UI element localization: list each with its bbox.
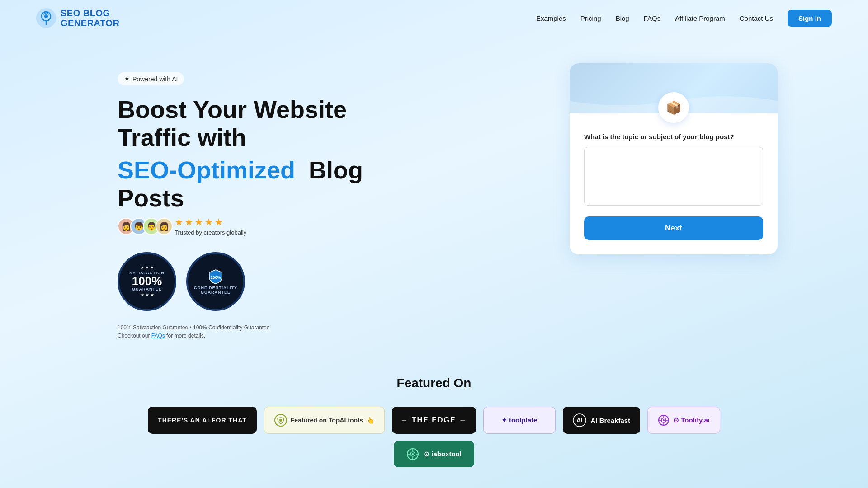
logo-ai-breakfast-text: AI Breakfast xyxy=(591,417,631,424)
logo-toolify[interactable]: ⊙ Toolify.ai xyxy=(647,407,720,434)
badge1-guarantee: GUARANTEE xyxy=(132,287,162,291)
confidentiality-badge: 100% CONFIDENTIALITY GUARANTEE xyxy=(186,252,245,311)
featured-title: Featured On xyxy=(36,376,832,390)
logo-icon xyxy=(36,8,56,28)
svg-text:100%: 100% xyxy=(210,275,221,280)
svg-point-11 xyxy=(663,419,665,421)
logo-ai-breakfast[interactable]: AI AI Breakfast xyxy=(563,407,641,434)
powered-badge: ✦ Powered with AI xyxy=(118,72,184,85)
badge1-percent: 100% xyxy=(132,275,162,287)
trust-text: Trusted by creators globally xyxy=(175,229,246,236)
logo-iabox-text: ⊙ iaboxtool xyxy=(424,450,462,458)
hero-title-blue: SEO-Optimized xyxy=(118,156,295,183)
social-proof: 👩 👦 👨 👩 ★★★★★ Trusted by creators global… xyxy=(118,216,425,236)
ai-icon: AI xyxy=(573,413,586,427)
faq-pre: Checkout our xyxy=(118,333,151,339)
hero-left: ✦ Powered with AI Boost Your Website Tra… xyxy=(118,63,425,340)
hero-title-line1: Boost Your Website Traffic with xyxy=(118,95,425,151)
logo-text: SEO BLOG GENERATOR xyxy=(61,8,119,28)
card-header: 📦 xyxy=(570,63,778,113)
shield-icon: 100% xyxy=(208,268,224,285)
satisfaction-badge: ★★★ SATISFACTION 100% GUARANTEE ★★★ xyxy=(118,252,176,311)
svg-text:AI: AI xyxy=(576,417,583,424)
logo-topai[interactable]: Featured on TopAI.tools 👆 xyxy=(264,407,385,434)
powered-text: Powered with AI xyxy=(132,75,178,83)
svg-point-3 xyxy=(44,14,48,18)
nav-blog[interactable]: Blog xyxy=(616,14,629,22)
hero-title-line2: SEO-Optimized Blog Posts xyxy=(118,156,425,212)
svg-point-6 xyxy=(279,419,282,422)
navbar: SEO BLOG GENERATOR Examples Pricing Blog… xyxy=(0,0,868,36)
nav-contact[interactable]: Contact Us xyxy=(740,14,773,22)
guarantee-badges: ★★★ SATISFACTION 100% GUARANTEE ★★★ 100%… xyxy=(118,252,425,311)
toolify-icon xyxy=(658,414,670,426)
logo-there-ai-text: THERE'S AN AI FOR THAT xyxy=(158,417,247,424)
logo-edge-text: THE EDGE xyxy=(412,416,456,424)
nav-examples[interactable]: Examples xyxy=(536,14,566,22)
next-button[interactable]: Next xyxy=(584,216,763,240)
logo-toolify-text: ⊙ Toolify.ai xyxy=(673,416,710,424)
nav-links: Examples Pricing Blog FAQs Affiliate Pro… xyxy=(536,10,832,27)
featured-logos-row2: ⊙ iaboxtool xyxy=(36,441,832,467)
logo-toolplate-text: ✦ toolplate xyxy=(501,416,538,424)
faqs-link[interactable]: FAQs xyxy=(151,333,165,339)
nav-pricing[interactable]: Pricing xyxy=(580,14,601,22)
badge2-label: CONFIDENTIALITY xyxy=(194,286,237,290)
badge2-guarantee: GUARANTEE xyxy=(201,290,231,295)
blog-topic-textarea[interactable] xyxy=(584,147,763,206)
stars-trust: ★★★★★ Trusted by creators globally xyxy=(175,216,246,236)
featured-section: Featured On THERE'S AN AI FOR THAT Featu… xyxy=(0,367,868,488)
star-rating: ★★★★★ xyxy=(175,216,246,228)
logo[interactable]: SEO BLOG GENERATOR xyxy=(36,8,119,28)
guarantee-disclaimer: 100% Satisfaction Guarantee • 100% Confi… xyxy=(118,324,425,340)
hero-section: ✦ Powered with AI Boost Your Website Tra… xyxy=(0,36,868,367)
card-icon: 📦 xyxy=(658,92,689,123)
featured-logos-row1: THERE'S AN AI FOR THAT Featured on TopAI… xyxy=(36,407,832,434)
iabox-icon xyxy=(406,448,419,460)
nav-affiliate[interactable]: Affiliate Program xyxy=(675,14,725,22)
logo-iabox[interactable]: ⊙ iaboxtool xyxy=(394,441,474,467)
logo-topai-text: Featured on TopAI.tools xyxy=(291,417,363,424)
logo-there-ai[interactable]: THERE'S AN AI FOR THAT xyxy=(148,407,257,434)
logo-edge[interactable]: — THE EDGE — xyxy=(392,407,476,434)
avatar: 👩 xyxy=(156,218,173,235)
card-question: What is the topic or subject of your blo… xyxy=(584,133,763,141)
signin-button[interactable]: Sign In xyxy=(788,10,832,27)
svg-point-18 xyxy=(412,453,414,455)
sparkle-icon: ✦ xyxy=(124,75,130,83)
nav-faqs[interactable]: FAQs xyxy=(644,14,661,22)
topai-emoji: 👆 xyxy=(367,417,374,424)
blog-topic-card: 📦 What is the topic or subject of your b… xyxy=(570,63,778,254)
card-body: What is the topic or subject of your blo… xyxy=(570,113,778,254)
avatar-group: 👩 👦 👨 👩 xyxy=(118,218,168,235)
topai-icon xyxy=(274,414,287,427)
logo-toolplate[interactable]: ✦ toolplate xyxy=(483,407,556,434)
faq-post: for more details. xyxy=(165,333,205,339)
